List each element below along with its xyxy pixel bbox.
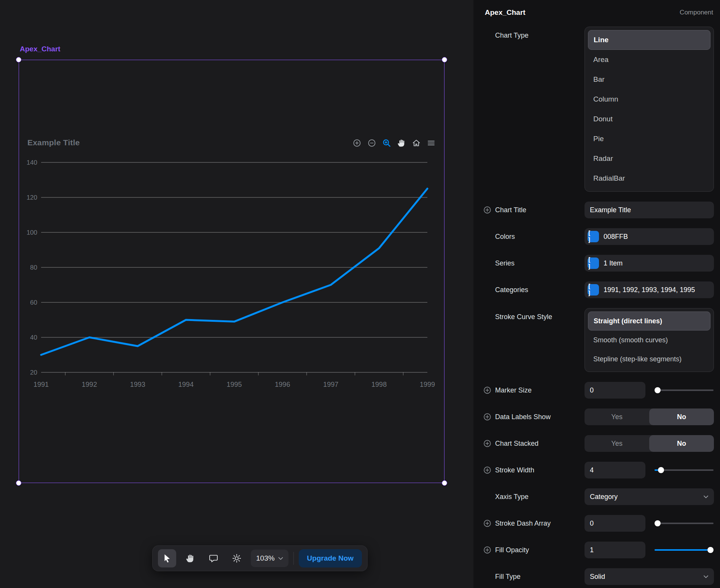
chart-type-option-pie[interactable]: Pie [588, 129, 710, 149]
pan-hand-icon[interactable] [397, 138, 406, 148]
xaxis-type-select[interactable]: Category [585, 488, 714, 505]
cursor-tool-button[interactable] [158, 549, 176, 567]
svg-text:1991: 1991 [33, 381, 49, 388]
stroke-curve-option-smooth[interactable]: Smooth (smooth curves) [588, 331, 710, 350]
fill-opacity-label: Fill Opacity [473, 542, 585, 558]
plus-circle-icon[interactable] [483, 206, 491, 214]
stroke-curve-option-straight[interactable]: Straight (direct lines) [588, 311, 710, 331]
row-chart-stacked: Chart Stacked Yes No [473, 435, 720, 452]
plus-circle-icon[interactable] [483, 466, 491, 474]
stroke-curve-dropdown: Straight (direct lines) Smooth (smooth c… [585, 308, 714, 372]
plus-circle-icon[interactable] [483, 546, 491, 554]
svg-text:1995: 1995 [226, 381, 242, 388]
chart-title-label: Chart Title [473, 202, 585, 218]
chevron-down-icon [278, 557, 283, 560]
design-canvas[interactable]: Apex_Chart 20406080100120140199119921993… [0, 0, 473, 588]
stroke-dash-slider[interactable] [655, 515, 714, 532]
stroke-width-slider[interactable] [655, 462, 714, 478]
chart-type-option-bar[interactable]: Bar [588, 70, 710, 89]
svg-text:40: 40 [30, 334, 37, 341]
chart-type-option-area[interactable]: Area [588, 50, 710, 70]
marker-size-input[interactable] [585, 382, 645, 399]
fill-type-select[interactable]: Solid [585, 568, 714, 585]
zoom-level-select[interactable]: 103% [251, 550, 288, 567]
hand-tool-button[interactable] [181, 549, 199, 567]
cursor-icon [162, 553, 172, 563]
colors-value: 008FFB [604, 233, 628, 241]
plus-circle-icon[interactable] [483, 413, 491, 421]
svg-text:1993: 1993 [130, 381, 145, 388]
plus-circle-icon[interactable] [483, 520, 491, 528]
stroke-width-input[interactable] [585, 462, 645, 478]
chart-type-option-column[interactable]: Column [588, 89, 710, 109]
marker-size-slider[interactable] [655, 382, 714, 399]
plus-circle-icon[interactable] [483, 440, 491, 448]
chart-type-option-radialbar[interactable]: RadialBar [588, 168, 710, 188]
chart-frame[interactable]: 2040608010012014019911992199319941995199… [19, 60, 444, 483]
chart-title-input[interactable] [585, 202, 714, 218]
svg-text:1994: 1994 [178, 381, 194, 388]
selection-zoom-icon[interactable] [382, 138, 391, 148]
zoom-level-value: 103% [256, 554, 275, 563]
categories-field[interactable]: [ ] 1991, 1992, 1993, 1994, 1995 [585, 281, 714, 298]
chart-stacked-yes[interactable]: Yes [585, 435, 649, 452]
selection-label[interactable]: Apex_Chart [20, 45, 61, 53]
chart-plot[interactable]: 2040608010012014019911992199319941995199… [19, 60, 444, 482]
row-stroke-dash: Stroke Dash Array [473, 515, 720, 532]
zoom-out-icon[interactable] [367, 138, 376, 148]
chart-stacked-no[interactable]: No [649, 435, 714, 452]
categories-value: 1991, 1992, 1993, 1994, 1995 [604, 286, 695, 294]
row-fill-opacity: Fill Opacity [473, 542, 720, 558]
svg-text:1996: 1996 [275, 381, 290, 388]
row-chart-title: Chart Title [473, 202, 720, 218]
app-root: Apex_Chart 20406080100120140199119921993… [0, 0, 720, 588]
upgrade-button[interactable]: Upgrade Now [299, 549, 362, 567]
svg-text:120: 120 [27, 194, 37, 201]
stroke-dash-input[interactable] [585, 515, 645, 532]
zoom-in-icon[interactable] [352, 138, 362, 148]
svg-text:140: 140 [27, 159, 37, 166]
chart-type-label: Chart Type [473, 27, 585, 192]
comment-tool-button[interactable] [204, 549, 223, 567]
plus-circle-icon[interactable] [483, 386, 491, 394]
home-icon[interactable] [412, 138, 421, 148]
svg-text:1992: 1992 [82, 381, 97, 388]
row-stroke-curve: Stroke Curve Style Straight (direct line… [473, 308, 720, 372]
stroke-curve-label: Stroke Curve Style [473, 308, 585, 372]
row-series: Series [ ] 1 Item [473, 255, 720, 272]
chart-toolbar [352, 138, 436, 148]
series-label: Series [473, 255, 585, 272]
chart-stacked-label: Chart Stacked [473, 435, 585, 452]
panel-title: Apex_Chart [485, 8, 526, 17]
fill-opacity-slider[interactable] [655, 542, 714, 558]
properties-panel: Apex_Chart Component Chart Type Line Are… [473, 0, 720, 588]
colors-field[interactable]: [ ] 008FFB [585, 228, 714, 245]
component-badge: Component [680, 9, 713, 16]
series-field[interactable]: [ ] 1 Item [585, 255, 714, 272]
fill-type-label: Fill Type [473, 568, 585, 585]
data-labels-no[interactable]: No [649, 408, 714, 425]
series-value: 1 Item [604, 259, 623, 267]
chart-type-option-radar[interactable]: Radar [588, 149, 710, 168]
chevron-down-icon [703, 495, 709, 499]
menu-icon[interactable] [427, 138, 436, 148]
data-labels-yes[interactable]: Yes [585, 408, 649, 425]
stroke-dash-label: Stroke Dash Array [473, 515, 585, 532]
panel-header: Apex_Chart Component [473, 0, 720, 17]
array-icon: [ ] [588, 231, 599, 242]
row-fill-type: Fill Type Solid [473, 568, 720, 585]
chart-type-option-donut[interactable]: Donut [588, 109, 710, 129]
bottom-toolbar: 103% Upgrade Now [152, 545, 368, 571]
brightness-tool-button[interactable] [228, 549, 246, 567]
chart-type-dropdown: Line Area Bar Column Donut Pie Radar Rad… [585, 27, 714, 192]
row-stroke-width: Stroke Width [473, 462, 720, 478]
stroke-curve-option-stepline[interactable]: Stepline (step-like segments) [588, 350, 710, 369]
row-xaxis-type: Xaxis Type Category [473, 488, 720, 505]
row-categories: Categories [ ] 1991, 1992, 1993, 1994, 1… [473, 281, 720, 298]
chart-type-option-line[interactable]: Line [588, 30, 710, 50]
categories-label: Categories [473, 281, 585, 298]
row-marker-size: Marker Size [473, 382, 720, 399]
svg-text:1997: 1997 [323, 381, 338, 388]
array-icon: [ ] [588, 257, 599, 269]
fill-opacity-input[interactable] [585, 542, 645, 558]
